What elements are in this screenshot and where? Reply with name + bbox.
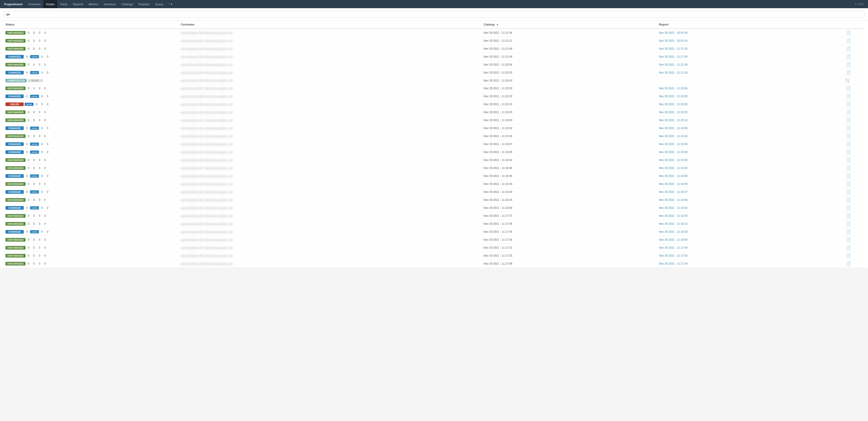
report-cell[interactable]: Nov 29 2021 - 11:18:42 — [657, 204, 833, 212]
certname-cell[interactable]: qa-hostname-017.internal.example.com — [179, 164, 482, 172]
certname-cell[interactable]: qa-hostname-026.internal.example.com — [179, 236, 482, 244]
status-badge-unchanged[interactable]: UNCHANGED — [5, 198, 26, 202]
report-icon[interactable]: 📄 — [846, 182, 851, 186]
report-icon[interactable]: 📄 — [846, 86, 851, 91]
report-cell[interactable]: Nov 29 2021 - 11:21:19 — [657, 69, 833, 77]
report-cell[interactable]: Nov 29 2021 - 11:19:25 — [657, 164, 833, 172]
report-cell[interactable]: Nov 29 2021 - 11:18:46 — [657, 196, 833, 204]
report-icon-cell[interactable]: 📄 — [833, 69, 864, 77]
report-cell[interactable]: Nov 29 2021 - 11:18:25 — [657, 212, 833, 220]
report-icon[interactable]: 📄 — [846, 118, 851, 123]
report-cell[interactable]: Nov 29 2021 - 11:18:28 — [657, 228, 833, 236]
nav-inventory[interactable]: Inventory — [101, 0, 119, 8]
certname-cell[interactable]: qa-hostname-012.internal.example.com — [179, 124, 482, 132]
status-badge-changed[interactable]: CHANGED — [5, 190, 24, 194]
report-icon-cell[interactable]: 📄 — [833, 100, 864, 108]
status-badge-unchanged[interactable]: UNCHANGED — [5, 31, 26, 35]
report-icon[interactable]: 📄 — [846, 31, 851, 35]
report-icon-cell[interactable]: 📄 — [833, 244, 864, 252]
report-icon-cell[interactable]: 📄 — [833, 148, 864, 156]
status-badge-failed[interactable]: FAILED — [5, 102, 24, 106]
status-badge-changed[interactable]: CHANGED — [5, 174, 24, 178]
report-icon-cell[interactable]: 📄 — [833, 37, 864, 45]
certname-cell[interactable]: qa-hostname-029.internal.example.com — [179, 260, 482, 268]
report-cell[interactable]: Nov 29 2021 - 11:19:36 — [657, 140, 833, 148]
report-cell[interactable]: Nov 29 2021 - 11:18:47 — [657, 188, 833, 196]
status-badge-changed[interactable]: CHANGED — [5, 150, 24, 154]
status-badge-unchanged[interactable]: UNCHANGED — [5, 254, 26, 258]
status-badge-unchanged[interactable]: UNCHANGED — [5, 214, 26, 218]
certname-cell[interactable]: qa-hostname-021.internal.example.com — [179, 196, 482, 204]
report-cell[interactable]: Nov 29 2021 - 10:51:56 — [657, 29, 833, 37]
certname-cell[interactable]: qa-hostname-019.internal.example.com — [179, 180, 482, 188]
col-header-catalog[interactable]: Catalog ▼ — [482, 21, 657, 29]
report-cell[interactable]: Nov 29 2021 - 11:20:56 — [657, 85, 833, 92]
report-icon[interactable]: 📄 — [846, 110, 851, 115]
status-badge-unchanged[interactable]: UNCHANGED — [5, 119, 26, 122]
report-icon-cell[interactable]: 📄 — [833, 196, 864, 204]
report-icon-cell[interactable]: 📄 — [833, 116, 864, 124]
nav-catalogs[interactable]: Catalogs — [119, 0, 136, 8]
report-icon-cell[interactable]: 📄 — [833, 45, 864, 53]
certname-cell[interactable]: qa-hostname-018.internal.example.com — [179, 172, 482, 180]
report-cell[interactable]: Nov 29 2021 - 11:20:32 — [657, 108, 833, 116]
report-cell[interactable]: Nov 29 2021 - 11:21:26 — [657, 61, 833, 69]
certname-cell[interactable]: qa-hostname-015.internal.example.com — [179, 148, 482, 156]
report-icon[interactable]: 📄 — [846, 102, 851, 106]
report-icon[interactable]: 📄 — [846, 94, 851, 99]
report-icon[interactable]: 📄 — [846, 229, 851, 234]
report-icon-cell[interactable]: 📄 — [833, 124, 864, 132]
report-icon-cell[interactable]: 📄 — [833, 212, 864, 220]
status-badge-unchanged[interactable]: UNCHANGED — [5, 238, 26, 241]
status-badge-changed[interactable]: CHANGED — [5, 95, 24, 98]
report-icon-cell[interactable]: 📄 — [833, 220, 864, 228]
report-icon[interactable]: 📄 — [846, 222, 851, 226]
report-icon-cell[interactable]: 📄 — [833, 164, 864, 172]
status-badge-unchanged[interactable]: UNCHANGED — [5, 246, 26, 250]
report-icon[interactable]: 📄 — [846, 134, 851, 138]
certname-cell[interactable]: qa-hostname-006.internal.example.com — [179, 77, 482, 85]
certname-cell[interactable]: qa-hostname-023.internal.example.com — [179, 212, 482, 220]
report-icon[interactable]: 📄 — [846, 150, 851, 154]
status-badge-unchanged[interactable]: UNCHANGED — [5, 110, 26, 114]
status-badge-unchanged[interactable]: UNCHANGED — [5, 87, 26, 90]
report-icon-cell[interactable]: 📄 — [833, 180, 864, 188]
status-badge-unreported[interactable]: UNREPORTED — [5, 79, 27, 83]
report-icon-cell[interactable]: 📄 — [833, 92, 864, 100]
status-badge-unchanged[interactable]: UNCHANGED — [5, 166, 26, 170]
certname-cell[interactable]: qa-hostname-014.internal.example.com — [179, 140, 482, 148]
certname-cell[interactable]: qa-hostname-009.internal.example.com — [179, 100, 482, 108]
report-cell[interactable]: Nov 29 2021 - 11:18:15 — [657, 220, 833, 228]
report-icon-cell[interactable]: 📄 — [833, 252, 864, 260]
status-badge-unchanged[interactable]: UNCHANGED — [5, 182, 26, 186]
report-icon[interactable]: 📄 — [846, 166, 851, 170]
report-icon-cell[interactable]: 📄 — [833, 260, 864, 268]
status-badge-unchanged[interactable]: UNCHANGED — [5, 63, 26, 66]
report-icon-cell[interactable]: 📄 — [833, 108, 864, 116]
report-icon[interactable]: 📄 — [846, 198, 851, 202]
nav-star[interactable]: * ▾ — [166, 0, 175, 8]
report-icon[interactable]: 📄 — [846, 38, 851, 43]
certname-cell[interactable]: qa-hostname-000.internal.example.com — [179, 29, 482, 37]
certname-cell[interactable]: qa-hostname-010.internal.example.com — [179, 108, 482, 116]
status-badge-unchanged[interactable]: UNCHANGED — [5, 158, 26, 162]
report-cell[interactable]: Nov 29 2021 - 11:18:04 — [657, 236, 833, 244]
report-icon[interactable]: 📄 — [846, 126, 851, 130]
report-icon[interactable]: 📄 — [846, 142, 851, 147]
report-icon[interactable]: 📄 — [846, 70, 851, 75]
report-icon-cell[interactable]: 📄 — [833, 85, 864, 92]
certname-cell[interactable]: qa-hostname-011.internal.example.com — [179, 116, 482, 124]
report-icon[interactable]: 📄 — [846, 261, 851, 266]
status-badge-changed[interactable]: CHANGED — [5, 126, 24, 130]
certname-cell[interactable]: qa-hostname-005.internal.example.com — [179, 69, 482, 77]
report-icon-cell[interactable]: 📄 — [833, 132, 864, 140]
report-icon-cell[interactable]: 📄 — [833, 228, 864, 236]
report-icon-cell[interactable]: 📄 — [833, 53, 864, 61]
report-icon[interactable]: 📄 — [846, 174, 851, 178]
report-cell[interactable]: Nov 29 2021 - 11:17:00 — [657, 53, 833, 61]
status-badge-changed[interactable]: CHANGED — [5, 206, 24, 210]
nav-nodes[interactable]: Nodes — [43, 0, 57, 8]
certname-cell[interactable]: qa-hostname-028.internal.example.com — [179, 252, 482, 260]
report-icon-cell[interactable]: 📄 — [833, 29, 864, 37]
report-cell[interactable]: Nov 29 2021 - 11:20:50 — [657, 92, 833, 100]
